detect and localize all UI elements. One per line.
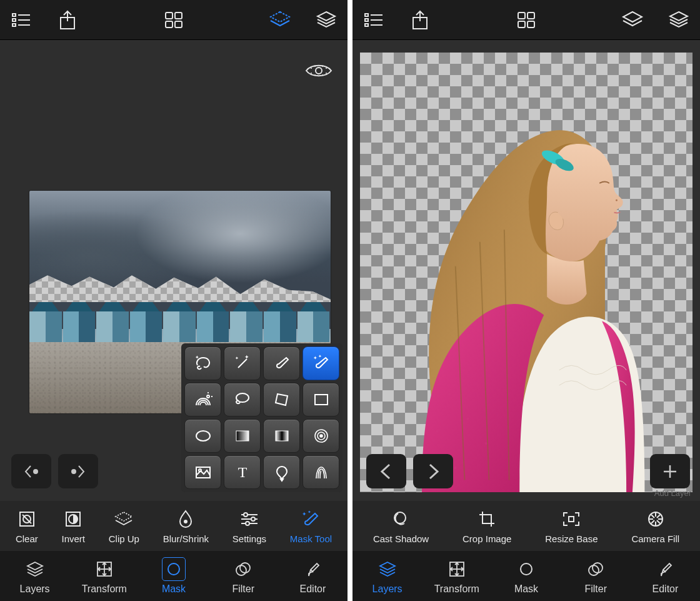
svg-rect-71 xyxy=(365,24,368,26)
svg-point-90 xyxy=(436,430,438,432)
cast-shadow-button[interactable]: Cast Shadow xyxy=(373,508,429,544)
svg-marker-82 xyxy=(670,12,688,21)
svg-text:✦: ✦ xyxy=(308,510,311,514)
bottom-tab-bar: Layers Transform Mask Filter Editor xyxy=(352,551,700,601)
tool-ellipse[interactable] xyxy=(184,419,221,453)
bottom-tab-bar: Layers Transform Mask Filter Editor xyxy=(0,551,348,601)
visibility-eye-icon[interactable] xyxy=(305,63,332,79)
svg-rect-77 xyxy=(518,13,525,19)
svg-point-87 xyxy=(466,418,469,420)
tab-editor[interactable]: Editor xyxy=(631,551,700,601)
svg-rect-94 xyxy=(569,517,574,522)
settings-label: Settings xyxy=(232,533,266,544)
tool-gradient-v[interactable] xyxy=(263,419,300,453)
clear-button[interactable]: Clear xyxy=(16,508,38,544)
svg-point-22 xyxy=(326,73,327,74)
next-layer-button[interactable] xyxy=(413,454,453,488)
resize-base-button[interactable]: Resize Base xyxy=(545,508,598,544)
clear-label: Clear xyxy=(16,533,38,544)
tool-text[interactable]: T xyxy=(224,455,261,489)
canvas-area[interactable]: ✦ ✦✦ ✦✦ T xyxy=(0,40,348,501)
svg-point-18 xyxy=(326,68,327,69)
settings-button[interactable]: Settings xyxy=(232,508,266,544)
next-layer-button[interactable] xyxy=(58,454,98,488)
svg-point-17 xyxy=(322,66,323,67)
svg-rect-36 xyxy=(315,395,328,405)
tab-layers[interactable]: Layers xyxy=(0,551,69,601)
svg-marker-81 xyxy=(623,12,642,22)
tool-polygon[interactable] xyxy=(263,383,300,417)
grid-icon[interactable] xyxy=(161,8,186,33)
tool-hair[interactable] xyxy=(302,455,339,489)
svg-marker-51 xyxy=(116,512,132,521)
tool-shape[interactable] xyxy=(263,455,300,489)
list-icon[interactable] xyxy=(361,8,386,33)
tab-transform[interactable]: Transform xyxy=(422,551,491,601)
svg-rect-80 xyxy=(528,21,534,28)
tool-rectangle[interactable] xyxy=(302,383,339,417)
tab-editor-label: Editor xyxy=(652,583,679,595)
svg-point-44 xyxy=(199,469,201,472)
tab-mask[interactable]: Mask xyxy=(491,551,561,601)
tool-rainbow[interactable] xyxy=(184,383,221,417)
svg-point-31 xyxy=(207,395,209,398)
tab-mask[interactable]: Mask xyxy=(139,551,208,601)
clip-up-button[interactable]: Clip Up xyxy=(109,508,139,544)
layers-stack-icon[interactable] xyxy=(666,8,691,33)
svg-point-83 xyxy=(616,199,618,201)
top-toolbar xyxy=(0,0,348,40)
canvas-area[interactable]: Add Layer xyxy=(352,40,700,501)
svg-point-19 xyxy=(311,73,312,74)
share-icon[interactable] xyxy=(55,8,80,33)
svg-text:T: T xyxy=(238,464,247,480)
prev-layer-button[interactable] xyxy=(11,454,51,488)
tab-transform-label: Transform xyxy=(434,583,479,595)
tab-editor-label: Editor xyxy=(300,583,326,595)
tab-filter[interactable]: Filter xyxy=(209,551,278,601)
crop-image-button[interactable]: Crop Image xyxy=(462,508,511,544)
tab-mask-label: Mask xyxy=(162,583,186,595)
svg-point-52 xyxy=(184,520,188,523)
svg-rect-38 xyxy=(236,431,249,441)
svg-point-16 xyxy=(314,66,316,67)
layer-outline-icon[interactable] xyxy=(620,8,645,33)
tab-filter-label: Filter xyxy=(232,583,254,595)
svg-marker-12 xyxy=(271,12,289,22)
tab-layers-label: Layers xyxy=(372,583,402,595)
blur-shrink-button[interactable]: Blur/Shrink xyxy=(163,508,209,544)
invert-button[interactable]: Invert xyxy=(62,508,86,544)
cast-shadow-label: Cast Shadow xyxy=(373,533,429,544)
svg-point-37 xyxy=(196,431,210,441)
tool-gradient-h[interactable] xyxy=(224,419,261,453)
tab-transform[interactable]: Transform xyxy=(69,551,139,601)
tab-filter-label: Filter xyxy=(584,583,607,595)
tab-layers[interactable]: Layers xyxy=(352,551,422,601)
right-screen: Add Layer Cast Shadow Crop Image Resize … xyxy=(352,0,700,601)
share-icon[interactable] xyxy=(408,8,432,33)
svg-text:✦: ✦ xyxy=(235,356,239,360)
tool-magic-lasso[interactable]: ✦ xyxy=(184,346,221,380)
layer-active-icon[interactable] xyxy=(268,8,292,33)
tool-radial[interactable] xyxy=(302,419,339,453)
tool-image[interactable] xyxy=(184,455,221,489)
mask-tool-button[interactable]: ✦✦ Mask Tool xyxy=(290,508,332,544)
grid-icon[interactable] xyxy=(514,8,539,33)
resize-label: Resize Base xyxy=(545,533,598,544)
svg-point-65 xyxy=(168,563,179,575)
tool-sparkle-brush[interactable]: ✦✦ xyxy=(302,346,339,380)
add-layer-label: Add Layer xyxy=(654,488,691,498)
tab-filter[interactable]: Filter xyxy=(561,551,631,601)
transparent-canvas xyxy=(360,53,692,492)
svg-rect-11 xyxy=(175,21,182,28)
tool-lasso[interactable] xyxy=(224,383,261,417)
svg-marker-61 xyxy=(28,562,42,570)
clipup-label: Clip Up xyxy=(109,533,139,544)
list-icon[interactable] xyxy=(9,8,34,33)
tool-brush[interactable] xyxy=(263,346,300,380)
prev-layer-button[interactable] xyxy=(366,454,406,488)
tool-magic-wand[interactable]: ✦✦ xyxy=(224,346,261,380)
tab-editor[interactable]: Editor xyxy=(278,551,348,601)
layers-stack-icon[interactable] xyxy=(314,8,339,33)
camera-fill-button[interactable]: Camera Fill xyxy=(631,508,679,544)
add-layer-button[interactable] xyxy=(650,454,690,488)
